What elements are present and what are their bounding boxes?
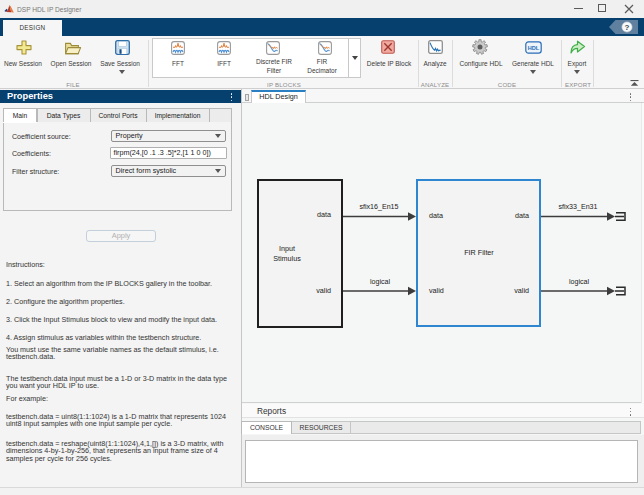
svg-text:HDL: HDL <box>528 45 540 51</box>
svg-text:?: ? <box>625 23 630 32</box>
